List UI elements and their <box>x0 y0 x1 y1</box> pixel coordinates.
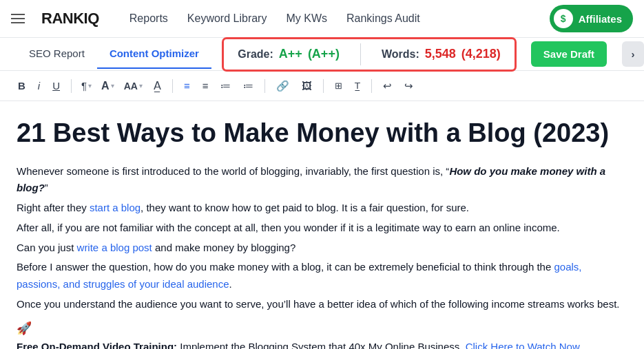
p4-text-before: Can you just <box>17 242 77 253</box>
highlight-button[interactable]: A̲ <box>149 76 165 95</box>
nav-rankings-audit[interactable]: Rankings Audit <box>346 12 420 25</box>
undo-icon: ↩ <box>383 80 392 92</box>
start-a-blog-link[interactable]: start a blog <box>90 202 141 213</box>
p1-text-before: Whenever someone is first introduced to … <box>17 165 449 177</box>
align-left-button[interactable]: ≡ <box>180 77 194 94</box>
chevron-down-icon-2: ▾ <box>111 82 114 89</box>
divider <box>360 43 361 65</box>
p5-text-before: Before I answer the question, how do you… <box>17 261 554 273</box>
p2-text-before: Right after they <box>17 202 90 213</box>
save-draft-button[interactable]: Save Draft <box>531 41 607 67</box>
align-center-button[interactable]: ≡ <box>198 77 213 94</box>
toolbar-sep-5 <box>371 79 372 93</box>
rocket-emoji: 🚀 <box>17 321 32 335</box>
chevron-down-icon-3: ▾ <box>139 82 143 89</box>
affiliates-label: Affiliates <box>579 13 622 25</box>
ordered-list-button[interactable]: ≔ <box>216 77 235 95</box>
clear-format-icon: T̲ <box>355 81 360 91</box>
sub-nav: SEO Report Content Optimizer Grade: A++ … <box>0 38 644 71</box>
undo-button[interactable]: ↩ <box>379 77 396 95</box>
align-left-icon: ≡ <box>184 80 190 92</box>
grade-bar: Grade: A++ (A++) Words: 5,548 (4,218) <box>222 38 516 71</box>
paragraph-4: Can you just write a blog post and make … <box>17 240 627 257</box>
paragraph-1: Whenever someone is first introduced to … <box>17 163 627 198</box>
p3-text: After all, if you are not familiar with … <box>17 222 560 233</box>
p1-text-after: ” <box>45 182 48 193</box>
toolbar-sep-2 <box>172 79 173 93</box>
nav-my-kws[interactable]: My KWs <box>286 12 327 25</box>
toolbar-sep-1 <box>71 79 72 93</box>
image-button[interactable]: 🖼 <box>298 77 316 94</box>
grade-section: Grade: A++ (A++) <box>238 47 340 61</box>
paragraph-3: After all, if you are not familiar with … <box>17 220 627 237</box>
table-button[interactable]: ⊞ <box>331 78 346 94</box>
p5-text-after: . <box>229 278 232 290</box>
click-here-link[interactable]: Click Here to Watch Now <box>466 341 580 349</box>
paragraph-icon: ¶ <box>81 80 87 92</box>
clear-format-button[interactable]: T̲ <box>351 78 364 94</box>
top-nav: RANKIQ Reports Keyword Library My KWs Ra… <box>0 0 644 38</box>
toolbar-sep-4 <box>323 79 324 93</box>
write-a-blog-post-link[interactable]: write a blog post <box>77 242 152 253</box>
link-icon: 🔗 <box>276 80 289 92</box>
bold-button[interactable]: B <box>14 77 30 94</box>
nav-reports[interactable]: Reports <box>129 12 168 25</box>
nav-links: Reports Keyword Library My KWs Rankings … <box>129 12 533 25</box>
p2-text-after: , they want to know how to get paid to b… <box>141 202 469 213</box>
affiliates-icon: $ <box>554 9 573 28</box>
table-icon: ⊞ <box>335 81 342 91</box>
chevron-down-icon: ▾ <box>88 82 92 89</box>
words-comparison: (4,218) <box>461 47 501 61</box>
font-size-dropdown[interactable]: AA ▾ <box>121 78 145 94</box>
paragraph-2: Right after they start a blog, they want… <box>17 200 627 217</box>
article-body[interactable]: Whenever someone is first introduced to … <box>17 163 627 349</box>
grade-comparison: (A++) <box>308 47 340 61</box>
toolbar-sep-3 <box>264 79 265 93</box>
p7-text: Implement the Blogging System that 40x M… <box>177 341 466 349</box>
redo-button[interactable]: ↪ <box>400 77 417 95</box>
tab-content-optimizer[interactable]: Content Optimizer <box>97 39 211 69</box>
paragraph-dropdown[interactable]: ¶ ▾ <box>79 77 94 94</box>
unordered-list-icon: ≔ <box>243 80 253 92</box>
grade-value: A++ <box>279 47 302 61</box>
words-label: Words: <box>382 48 419 61</box>
ordered-list-icon: ≔ <box>220 80 231 92</box>
p4-text-after: and make money by blogging? <box>152 242 295 253</box>
tab-seo-report[interactable]: SEO Report <box>17 39 97 69</box>
align-center-icon: ≡ <box>202 80 209 92</box>
article-title: 21 Best Ways to Make Money with a Blog (… <box>17 118 627 149</box>
hamburger-icon[interactable] <box>11 14 25 23</box>
words-value: 5,548 <box>425 47 456 61</box>
paragraph-7: 🚀 Free On-Demand Video Training: Impleme… <box>17 319 627 349</box>
words-section: Words: 5,548 (4,218) <box>382 47 501 61</box>
toolbar: B i U ¶ ▾ A ▾ AA ▾ A̲ ≡ ≡ ≔ ≔ 🔗 🖼 <box>0 71 644 101</box>
paragraph-5: Before I answer the question, how do you… <box>17 259 627 293</box>
font-color-icon: A <box>101 80 110 92</box>
italic-button[interactable]: i <box>34 77 44 94</box>
redo-icon: ↪ <box>404 80 413 92</box>
content-area: 21 Best Ways to Make Money with a Blog (… <box>0 101 644 349</box>
nav-keyword-library[interactable]: Keyword Library <box>187 12 267 25</box>
grade-words-bar: Grade: A++ (A++) Words: 5,548 (4,218) Sa… <box>222 38 644 71</box>
font-color-dropdown[interactable]: A ▾ <box>98 77 117 95</box>
paragraph-6: Once you understand the audience you wan… <box>17 296 627 313</box>
logo: RANKIQ <box>41 10 99 28</box>
underline-button[interactable]: U <box>48 77 64 94</box>
grade-label: Grade: <box>238 48 273 61</box>
unordered-list-button[interactable]: ≔ <box>239 77 258 95</box>
p7-strong: Free On-Demand Video Training: <box>17 341 177 349</box>
affiliates-button[interactable]: $ Affiliates <box>550 5 633 32</box>
p6-text: Once you understand the audience you wan… <box>17 298 620 310</box>
extra-action-button[interactable]: › <box>622 41 644 67</box>
link-button[interactable]: 🔗 <box>272 77 293 95</box>
font-size-icon: AA <box>124 81 138 92</box>
image-icon: 🖼 <box>302 80 312 92</box>
highlight-icon: A̲ <box>154 79 161 92</box>
